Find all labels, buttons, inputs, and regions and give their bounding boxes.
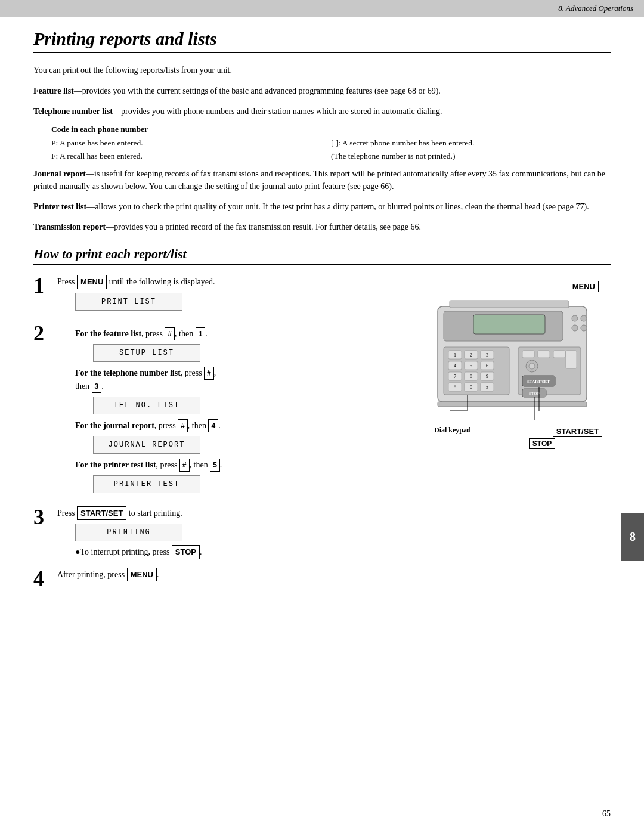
num-key-4: 4 <box>208 419 218 432</box>
menu-label-diagram: MENU <box>569 281 599 292</box>
startset-key-step3: START/SET <box>77 506 126 521</box>
header-text: 8. Advanced Operations <box>558 4 633 13</box>
section-transmission: Transmission report—provides you a print… <box>33 221 611 234</box>
step-3-content: Press START/SET to start printing. PRINT… <box>57 506 420 559</box>
startset-btn-label: START/SET <box>553 426 602 437</box>
hash-key-2: # <box>204 367 214 380</box>
step-4-content: After printing, press MENU. <box>57 568 420 582</box>
substep-feature-label: For the feature list <box>75 329 141 338</box>
svg-text:2: 2 <box>470 352 472 358</box>
page-header: 8. Advanced Operations <box>0 0 644 17</box>
svg-text:5: 5 <box>470 363 472 368</box>
code-grid: P: A pause has been entered. [ ]: A secr… <box>51 137 611 162</box>
lcd-printing: PRINTING <box>75 524 182 541</box>
svg-rect-2 <box>473 315 545 334</box>
svg-text:7: 7 <box>454 374 456 379</box>
code-item-1-right: (The telephone number is not printed.) <box>331 150 611 163</box>
hash-key-3: # <box>178 419 188 432</box>
svg-text:START/SET: START/SET <box>527 379 550 384</box>
section-tel-list: Telephone number list—provides you with … <box>33 105 611 118</box>
step-1-content: Press MENU until the following is displa… <box>57 275 420 314</box>
step-3: 3 Press START/SET to start printing. PRI… <box>33 506 420 559</box>
section-printer-test: Printer test list—allows you to check th… <box>33 200 611 213</box>
section-journal-text: —is useful for keeping records of fax tr… <box>33 169 605 191</box>
lcd-print-list: PRINT LIST <box>75 293 182 311</box>
code-box: Code in each phone number P: A pause has… <box>51 125 611 162</box>
svg-rect-36 <box>566 351 577 368</box>
hash-key-1: # <box>165 327 175 340</box>
svg-rect-35 <box>553 351 565 358</box>
fax-machine-svg: 1 2 3 4 5 6 7 8 9 <box>432 295 599 432</box>
sub-section-title: How to print each report/list <box>33 246 611 265</box>
hash-key-4: # <box>179 459 190 472</box>
startset-label: START/SET <box>553 426 602 437</box>
svg-text:3: 3 <box>486 352 488 358</box>
substep-printer-test: For the printer test list, press #, then… <box>75 459 420 493</box>
step-4-number: 4 <box>33 568 52 589</box>
substep-journal-label: For the journal report <box>75 421 154 430</box>
section-feature-list-text: —provides you with the current settings … <box>74 86 441 95</box>
svg-text:1: 1 <box>454 352 456 358</box>
substep-journal: For the journal report, press #, then 4.… <box>75 419 420 454</box>
num-key-3: 3 <box>92 380 102 393</box>
svg-point-6 <box>581 325 587 331</box>
num-key-1: 1 <box>196 327 206 340</box>
stop-key: STOP <box>172 545 200 559</box>
svg-point-3 <box>572 315 578 321</box>
section-tel-list-text: —provides you with phone numbers and the… <box>113 107 442 116</box>
svg-text:8: 8 <box>470 374 472 379</box>
svg-text:9: 9 <box>486 374 488 379</box>
substep-printer-label: For the printer test list <box>75 460 156 469</box>
step-1-number: 1 <box>33 275 52 296</box>
main-content: Printing reports and lists You can print… <box>0 17 644 621</box>
substep-tel-label: For the telephone number list <box>75 368 181 377</box>
svg-text:6: 6 <box>486 363 488 368</box>
step-3-number: 3 <box>33 506 52 528</box>
section-transmission-text: —provides you a printed record of the fa… <box>106 222 421 231</box>
section-transmission-label: Transmission report <box>33 222 106 231</box>
section-tel-list-label: Telephone number list <box>33 107 113 116</box>
svg-text:#: # <box>486 385 488 390</box>
lcd-setup-list: SETUP LIST <box>93 344 200 362</box>
code-item-0-left: P: A pause has been entered. <box>51 137 331 150</box>
svg-point-38 <box>529 363 535 369</box>
code-item-1-left: F: A recall has been entered. <box>51 150 331 163</box>
lcd-tel-list: TEL NO. LIST <box>93 397 200 414</box>
code-box-title: Code in each phone number <box>51 125 611 134</box>
stop-btn-label: STOP <box>529 438 555 449</box>
svg-text:4: 4 <box>454 363 456 368</box>
substep-feature-text: , press <box>141 329 165 338</box>
menu-key-step1: MENU <box>77 275 107 289</box>
svg-text:STOP: STOP <box>529 391 540 396</box>
lcd-printer-test: PRINTER TEST <box>93 475 200 493</box>
code-item-0-right: [ ]: A secret phone number has been ente… <box>331 137 611 150</box>
steps-area: 1 Press MENU until the following is disp… <box>33 275 611 597</box>
substep-tel-list: For the telephone number list, press #,t… <box>75 367 420 414</box>
step-2-content: For the feature list, press #, then 1. S… <box>57 323 420 498</box>
section-printer-test-label: Printer test list <box>33 202 86 211</box>
section-feature-list-label: Feature list <box>33 86 74 95</box>
svg-point-4 <box>581 315 587 321</box>
section-journal: Journal report—is useful for keeping rec… <box>33 168 611 193</box>
section-printer-test-text: —allows you to check the print quality o… <box>86 202 589 211</box>
lcd-journal-report: JOURNAL REPORT <box>93 436 200 454</box>
section-journal-label: Journal report <box>33 169 86 178</box>
chapter-tab: 8 <box>621 513 644 561</box>
menu-key-step4: MENU <box>127 568 157 582</box>
num-key-5: 5 <box>210 459 220 472</box>
step-1: 1 Press MENU until the following is disp… <box>33 275 420 314</box>
svg-rect-43 <box>438 402 587 407</box>
page-title: Printing reports and lists <box>33 29 611 54</box>
steps-list: 1 Press MENU until the following is disp… <box>33 275 420 597</box>
step-2-number: 2 <box>33 323 52 344</box>
bullet-stop: ●To interrupt printing, press STOP. <box>75 545 420 559</box>
section-feature-list: Feature list—provides you with the curre… <box>33 85 611 98</box>
fax-diagram-area: MENU <box>432 275 611 597</box>
svg-rect-34 <box>538 351 550 358</box>
svg-rect-33 <box>522 351 534 358</box>
step-4: 4 After printing, press MENU. <box>33 568 420 589</box>
svg-rect-44 <box>450 301 569 308</box>
substep-feature-list: For the feature list, press #, then 1. S… <box>75 327 420 362</box>
svg-text:0: 0 <box>470 385 472 390</box>
dial-keypad-label: Dial keypad <box>434 426 471 435</box>
